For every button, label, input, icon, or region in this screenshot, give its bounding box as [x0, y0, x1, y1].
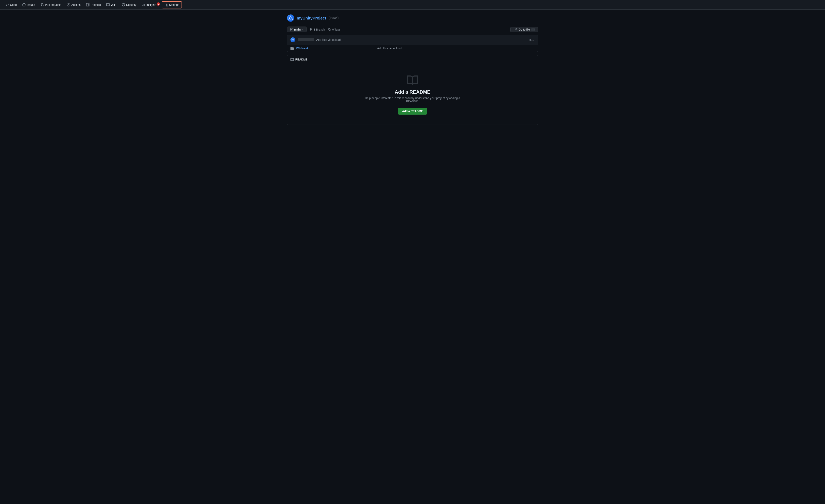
tag-count: 0 Tags	[332, 28, 341, 31]
svg-point-11	[294, 40, 294, 40]
file-name[interactable]: WildWest	[296, 47, 375, 50]
svg-point-12	[292, 40, 292, 40]
nav-code[interactable]: Code	[3, 2, 19, 8]
settings-icon	[165, 3, 168, 6]
table-row: WildWest Add files via upload	[287, 45, 538, 52]
branch-left: main ▼ 1 Branch 0 Tags	[287, 26, 341, 32]
tag-count-link[interactable]: 0 Tags	[328, 28, 341, 31]
actions-icon	[67, 3, 70, 6]
insights-icon	[142, 3, 145, 6]
svg-point-4	[289, 19, 290, 20]
file-commit-message: Add files via upload	[377, 47, 534, 50]
nav-insights[interactable]: Insights 1	[140, 2, 161, 8]
svg-point-3	[292, 19, 293, 20]
branch-meta: 1 Branch 0 Tags	[310, 28, 341, 31]
nav-settings-label: Settings	[169, 3, 179, 6]
nav-actions[interactable]: Actions	[65, 2, 83, 8]
branch-count-link[interactable]: 1 Branch	[310, 28, 325, 31]
repo-name[interactable]: myUnityProject	[297, 16, 326, 20]
go-to-file-label: Go to file	[519, 28, 530, 31]
issue-icon	[22, 3, 25, 6]
branch-row: main ▼ 1 Branch 0 Tags	[287, 26, 538, 32]
projects-icon	[86, 3, 89, 6]
readme-cta-title: Add a README	[395, 89, 430, 95]
nav-pull-requests[interactable]: Pull requests	[38, 2, 64, 8]
readme-header: README	[287, 55, 538, 64]
svg-point-10	[293, 38, 293, 39]
go-to-file-button[interactable]: Go to file t	[510, 27, 538, 32]
folder-icon	[291, 47, 294, 50]
nav-security-label: Security	[126, 3, 137, 6]
readme-tab-label: README	[295, 58, 308, 61]
nav-wiki[interactable]: Wiki	[104, 2, 119, 8]
commit-loader	[298, 38, 314, 41]
readme-section: README Add a README Help people interest…	[287, 55, 538, 124]
nav-actions-label: Actions	[71, 3, 81, 6]
nav-pr-label: Pull requests	[45, 3, 61, 6]
commit-avatar	[291, 37, 295, 42]
readme-cta-desc: Help people interested in this repositor…	[362, 96, 463, 103]
branch-icon	[290, 28, 293, 31]
nav-issues-label: Issues	[27, 3, 35, 6]
top-nav: Code Issues Pull requests Actions	[0, 0, 825, 10]
pr-icon	[41, 3, 44, 6]
branch-count: 1 Branch	[314, 28, 325, 31]
svg-point-2	[290, 16, 291, 17]
nav-wiki-label: Wiki	[111, 3, 116, 6]
nav-projects[interactable]: Projects	[84, 2, 103, 8]
wiki-icon	[106, 3, 109, 6]
main-content: myUnityProject Public main ▼ 1 Branc	[284, 10, 541, 130]
commit-hash: b3...	[529, 38, 534, 41]
security-icon	[122, 3, 125, 6]
nav-settings[interactable]: Settings	[162, 1, 182, 8]
repo-header: myUnityProject Public	[287, 14, 538, 22]
nav-code-label: Code	[10, 3, 17, 6]
repo-visibility-badge: Public	[329, 16, 339, 20]
add-readme-button[interactable]: Add a README	[398, 108, 427, 114]
file-table-header: Add files via upload b3...	[287, 35, 538, 45]
insights-badge: 1	[157, 2, 160, 6]
code-icon	[6, 3, 9, 6]
nav-insights-label: Insights	[146, 3, 156, 6]
branch-name: main	[294, 28, 301, 31]
branch-selector[interactable]: main ▼	[287, 26, 307, 32]
book-icon	[291, 58, 294, 61]
chevron-down-icon: ▼	[302, 28, 304, 30]
file-table: Add files via upload b3... WildWest Add …	[287, 35, 538, 52]
nav-projects-label: Projects	[91, 3, 101, 6]
repo-avatar	[287, 14, 294, 22]
nav-security[interactable]: Security	[120, 2, 139, 8]
commit-message: Add files via upload	[316, 38, 527, 41]
go-to-file-shortcut: t	[531, 28, 534, 31]
nav-issues[interactable]: Issues	[20, 2, 37, 8]
readme-large-book-icon	[407, 74, 418, 86]
readme-body: Add a README Help people interested in t…	[287, 64, 538, 124]
